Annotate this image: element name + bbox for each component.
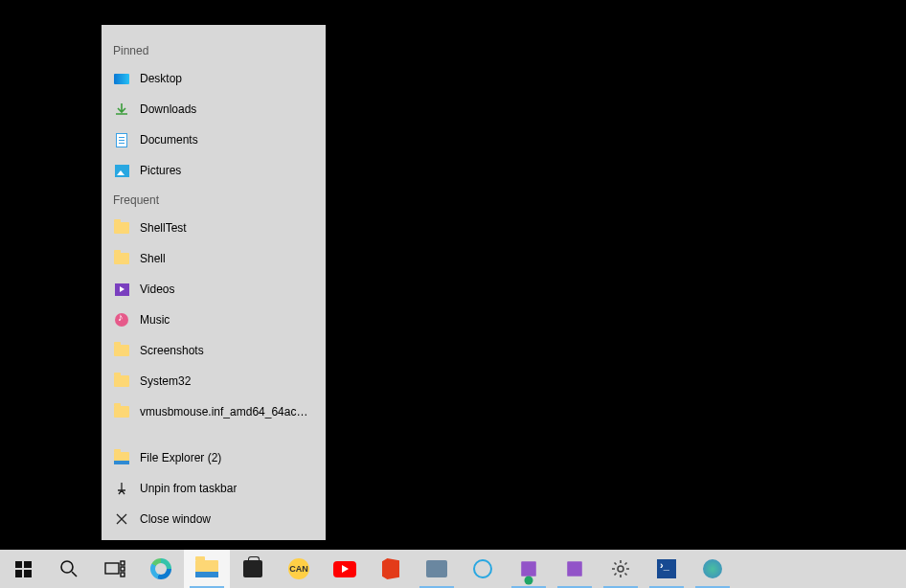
task-item-file-explorer[interactable]: File Explorer (2)	[102, 442, 326, 473]
pinned-item-pictures[interactable]: Pictures	[102, 155, 326, 186]
store-button[interactable]	[230, 550, 276, 588]
frequent-item-label: Screenshots	[140, 344, 204, 357]
chrome-canary-button[interactable]: CAN	[276, 550, 322, 588]
svg-rect-1	[105, 563, 119, 574]
frequent-item-system32[interactable]: System32	[102, 366, 326, 396]
powershell-icon	[655, 557, 678, 580]
music-icon	[113, 311, 130, 328]
frequent-item-label: vmusbmouse.inf_amd64_64ac7a0a...	[140, 405, 314, 418]
frequent-item-shell[interactable]: Shell	[102, 243, 326, 274]
frequent-item-shelltest[interactable]: ShellTest	[102, 213, 326, 243]
task-item-close[interactable]: Close window	[102, 504, 326, 534]
task-item-unpin[interactable]: Unpin from taskbar	[102, 473, 326, 504]
youtube-icon	[333, 557, 356, 580]
folder-icon	[113, 403, 130, 420]
file-explorer-button[interactable]	[184, 550, 230, 588]
unpin-icon	[113, 480, 130, 497]
gear-icon	[609, 557, 632, 580]
frequent-item-label: Videos	[140, 283, 174, 296]
task-item-label: Unpin from taskbar	[140, 482, 237, 495]
svg-point-5	[618, 566, 623, 572]
app-button-2[interactable]	[690, 550, 736, 588]
start-button[interactable]	[0, 550, 46, 588]
pinned-item-desktop[interactable]: Desktop	[102, 63, 326, 94]
pinned-item-label: Pictures	[140, 164, 181, 177]
cortana-button[interactable]	[460, 550, 506, 588]
frequent-header: Frequent	[102, 186, 326, 213]
pictures-icon	[113, 162, 130, 179]
videos-icon	[113, 281, 130, 298]
close-icon	[113, 510, 130, 528]
start-icon	[11, 557, 34, 580]
settings-button[interactable]	[598, 550, 644, 588]
pinned-item-downloads[interactable]: Downloads	[102, 94, 326, 124]
file-explorer-icon	[195, 557, 218, 580]
frequent-item-vmusbmouse[interactable]: vmusbmouse.inf_amd64_64ac7a0a...	[102, 396, 326, 427]
frequent-item-label: Music	[140, 313, 170, 327]
task-item-label: Close window	[140, 512, 211, 526]
task-view-button[interactable]	[92, 550, 138, 588]
art-app-icon	[701, 557, 724, 580]
pinned-item-label: Downloads	[140, 102, 196, 116]
frequent-item-label: ShellTest	[140, 221, 187, 235]
cortana-icon	[471, 557, 494, 580]
vs-badge-icon	[517, 557, 540, 580]
svg-rect-3	[121, 567, 125, 571]
search-icon	[57, 557, 80, 580]
frequent-item-label: System32	[140, 374, 191, 388]
frequent-item-screenshots[interactable]: Screenshots	[102, 335, 326, 366]
pinned-header: Pinned	[102, 36, 326, 63]
app-button-1[interactable]	[414, 550, 460, 588]
file-explorer-icon	[113, 449, 130, 466]
file-explorer-jumplist: Pinned Desktop Downloads Documents Pictu…	[102, 25, 326, 540]
folder-icon	[113, 373, 130, 390]
task-view-icon	[103, 557, 126, 580]
visual-studio-icon	[563, 557, 586, 580]
documents-icon	[113, 131, 130, 148]
edge-icon	[149, 557, 172, 580]
chrome-canary-icon: CAN	[287, 557, 310, 580]
visual-studio-button[interactable]	[552, 550, 598, 588]
frequent-item-label: Shell	[140, 252, 166, 265]
pinned-item-label: Desktop	[140, 72, 182, 85]
taskbar: CAN	[0, 550, 906, 588]
edge-button[interactable]	[138, 550, 184, 588]
store-icon	[241, 557, 264, 580]
svg-point-0	[61, 561, 73, 573]
office-icon	[379, 557, 402, 580]
folder-icon	[113, 250, 130, 267]
vs-installer-button[interactable]	[506, 550, 552, 588]
svg-rect-2	[121, 561, 125, 565]
desktop-icon	[113, 70, 130, 87]
downloads-icon	[113, 101, 130, 118]
folder-icon	[113, 342, 130, 359]
pinned-item-label: Documents	[140, 133, 198, 147]
search-button[interactable]	[46, 550, 92, 588]
office-button[interactable]	[368, 550, 414, 588]
frequent-item-music[interactable]: Music	[102, 305, 326, 335]
generic-app-icon	[425, 557, 448, 580]
pinned-item-documents[interactable]: Documents	[102, 124, 326, 155]
task-item-label: File Explorer (2)	[140, 451, 221, 464]
svg-rect-4	[121, 573, 125, 577]
powershell-button[interactable]	[644, 550, 690, 588]
frequent-item-videos[interactable]: Videos	[102, 274, 326, 305]
jumplist-divider	[102, 427, 326, 442]
folder-icon	[113, 219, 130, 237]
youtube-button[interactable]	[322, 550, 368, 588]
